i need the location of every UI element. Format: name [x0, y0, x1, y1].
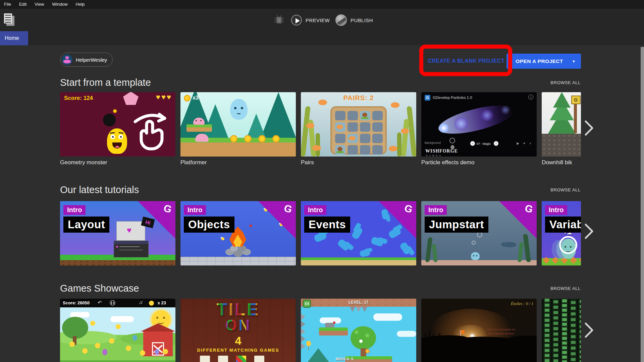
- sign-board: G: [571, 96, 581, 104]
- showcase-card-tile-on[interactable]: TILE ON 4 DIFFERENT MATCHING GAMES: [180, 299, 296, 362]
- tutorial-card-events[interactable]: G Intro Events: [301, 201, 416, 265]
- big-number: 4: [180, 334, 296, 347]
- menu-bar: File Edit View Window Help: [0, 0, 644, 9]
- coin-icon: [184, 95, 191, 102]
- mini-previews: [200, 356, 264, 362]
- intro-tag: Intro: [425, 205, 447, 215]
- preview-button[interactable]: PREVIEW: [291, 14, 330, 26]
- section-title-showcase: Games Showcase: [60, 283, 139, 294]
- tutorial-title: Variab: [545, 217, 581, 233]
- template-label[interactable]: Platformer: [180, 159, 207, 166]
- user-profile-chip[interactable]: HelperWesley: [60, 53, 113, 67]
- fish-silhouette: [503, 242, 517, 247]
- pentagon-shape: [123, 92, 139, 105]
- subtitle: DIFFERENT MATCHING GAMES: [180, 348, 296, 353]
- moves-text: MOVES: 6: [336, 357, 354, 361]
- template-card-geometry-monster[interactable]: Score: 124 ♥♥♥ ✹: [60, 92, 175, 157]
- showcase-card-chicks[interactable]: Score: 26050 ↶ ❚❚ ♫̸ x 23: [60, 299, 175, 362]
- browse-all-showcase[interactable]: BROWSE ALL: [550, 286, 581, 291]
- intro-tag: Intro: [304, 205, 326, 215]
- easter-egg: [102, 349, 107, 355]
- tutorial-card-variables[interactable]: +1 G Intro Variab: [542, 201, 581, 265]
- glyph-column: [544, 299, 550, 362]
- publish-label: PUBLISH: [351, 17, 373, 23]
- publish-button[interactable]: PUBLISH: [335, 14, 373, 26]
- bomb-spark: ✹: [112, 108, 117, 115]
- tutorial-card-layout[interactable]: ♥ Hi G Intro Layout: [60, 201, 175, 265]
- menu-help[interactable]: Help: [72, 0, 89, 9]
- pause-icon: ❚❚: [110, 300, 115, 306]
- pairs-board: [330, 106, 387, 155]
- background-layer-label: Background: [425, 141, 441, 144]
- wall-spikes: [301, 313, 305, 320]
- tank: [325, 323, 334, 327]
- tutorials-row: ♥ Hi G Intro Layout: [60, 201, 581, 265]
- bubble: [472, 241, 476, 245]
- browse-all-tutorials[interactable]: BROWSE ALL: [550, 187, 581, 192]
- hanging-spikes: [350, 307, 355, 312]
- tree: [62, 317, 88, 339]
- level-text: LEVEL: 17: [301, 300, 416, 305]
- intro-tag: Intro: [184, 205, 206, 215]
- demo-title: GDevelop Particles 1.0: [433, 96, 472, 100]
- template-card-pairs[interactable]: PAIRS: 2: [301, 92, 416, 157]
- pause-button: ❚❚: [303, 300, 311, 308]
- balloon: [306, 341, 311, 346]
- intro-tag: Intro: [545, 205, 567, 215]
- template-label[interactable]: Particle effects demo: [421, 159, 474, 166]
- toolbar: PREVIEW PUBLISH: [0, 9, 644, 31]
- social-icons: ▶ ✦ ◗: [517, 141, 533, 145]
- menu-window[interactable]: Window: [48, 0, 71, 9]
- scroll-right-tutorials-icon[interactable]: [584, 223, 594, 239]
- browse-all-templates[interactable]: BROWSE ALL: [550, 80, 581, 85]
- publish-globe-icon: [335, 14, 347, 26]
- showcase-card-night[interactable]: Étoiles : 0 / 1 Tuer les monstres en leu…: [421, 299, 537, 362]
- open-project-button[interactable]: OPEN A PROJECT ▼: [506, 54, 581, 69]
- template-label[interactable]: Pairs: [301, 159, 314, 166]
- gdevelop-logo-icon: G: [425, 95, 430, 101]
- showcase-row: Score: 26050 ↶ ❚❚ ♫̸ x 23: [60, 299, 581, 362]
- bomb: [103, 114, 116, 126]
- tab-home[interactable]: Home: [0, 31, 28, 45]
- template-label[interactable]: Downhill bik: [542, 159, 572, 166]
- tutorial-title: Objects: [184, 217, 234, 233]
- scroll-right-templates-icon[interactable]: [584, 120, 594, 136]
- create-blank-project-button[interactable]: CREATE A BLANK PROJECT: [425, 54, 507, 68]
- pairs-counter: PAIRS: 2: [301, 94, 416, 102]
- chick: [69, 342, 75, 347]
- chick-count: x 23: [158, 300, 166, 305]
- showcase-card-pixel-platformer[interactable]: LEVEL: 17 ❚❚: [301, 299, 416, 362]
- clip-name: 07 - Magic: [477, 142, 491, 145]
- templates-row: Score: 124 ♥♥♥ ✹ Geometr: [60, 92, 581, 170]
- chevron-down-icon[interactable]: ▼: [572, 59, 576, 63]
- template-label[interactable]: Geometry monster: [60, 159, 107, 166]
- project-manager-icon[interactable]: [4, 13, 16, 27]
- open-project-label: OPEN A PROJECT: [516, 58, 563, 64]
- selection-ring: [559, 236, 577, 254]
- sign-post: [574, 101, 577, 133]
- template-card-downhill[interactable]: G: [542, 92, 581, 157]
- tutorial-title: Layout: [63, 217, 109, 233]
- next-frame-icon: ›: [494, 141, 498, 146]
- template-card-particle-demo[interactable]: G GDevelop Particles 1.0 i Background ‹ …: [421, 92, 537, 157]
- blue-blob-character: [230, 99, 248, 120]
- tile-word-2: ON: [180, 316, 296, 334]
- vertical-scrollbar[interactable]: [641, 47, 644, 362]
- swipe-hand-icon: [131, 108, 171, 152]
- tutorial-card-jumpstart[interactable]: G Intro Jumpstart: [421, 201, 537, 265]
- intro-tag: Intro: [63, 205, 86, 215]
- template-card-platformer[interactable]: x3: [180, 92, 296, 157]
- tutorial-card-objects[interactable]: G Intro Objects: [180, 201, 296, 265]
- debug-bug-icon[interactable]: [274, 15, 284, 25]
- menu-edit[interactable]: Edit: [15, 0, 31, 9]
- gravel-ground: [542, 134, 581, 157]
- menu-file[interactable]: File: [0, 0, 15, 9]
- blob-character: [471, 252, 480, 260]
- gdevelop-window: File Edit View Window Help: [0, 0, 644, 362]
- menu-view[interactable]: View: [31, 0, 48, 9]
- showcase-card-matrix[interactable]: [542, 299, 581, 362]
- scroll-right-showcase-icon[interactable]: [584, 322, 594, 338]
- prev-frame-icon: ‹: [470, 141, 475, 146]
- tutorial-title: Jumpstart: [425, 217, 488, 233]
- stars-counter: Étoiles : 0 / 1: [511, 301, 533, 306]
